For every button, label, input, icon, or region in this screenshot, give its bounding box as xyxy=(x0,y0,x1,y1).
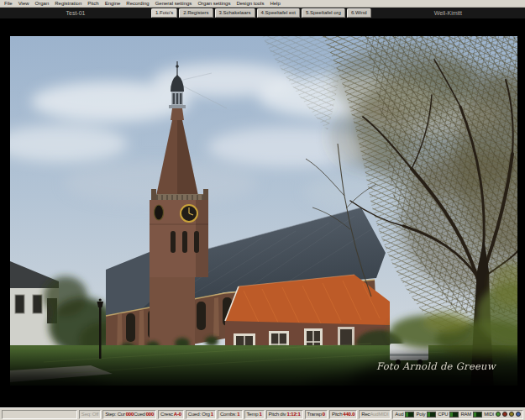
menu-recording[interactable]: Recording xyxy=(123,0,151,7)
tab-3-schakelaars[interactable]: 3.Schakelaars xyxy=(215,8,255,18)
midi-led-2 xyxy=(502,412,507,417)
menu-general-settings[interactable]: General settings xyxy=(153,0,195,7)
menu-bar: FileViewOrganRegistrationPitchEngineReco… xyxy=(0,0,525,8)
midi-label: MIDI xyxy=(484,412,494,417)
tab-1-foto-s[interactable]: 1.Foto's xyxy=(151,8,177,18)
meter-label-cpu: CPU xyxy=(438,412,448,417)
tab-bar-left-label: Test-01 xyxy=(0,10,151,16)
menu-pitch[interactable]: Pitch xyxy=(85,0,101,7)
meter-label-ram: RAM xyxy=(460,412,471,417)
church-photo-image xyxy=(10,36,517,392)
status-bar: Seq: OffStep: Cur 000 Cued 000Cresc A-0C… xyxy=(0,407,525,420)
meter-ram xyxy=(473,412,482,417)
status-recording: Rec Aud MIDI xyxy=(359,410,391,419)
midi-led-1 xyxy=(496,412,501,417)
status-pitch-division: Pitch div 1:12:1 xyxy=(266,410,303,419)
meter-aud xyxy=(405,412,414,417)
meter-label-aud: Aud xyxy=(395,412,403,417)
midi-led-3 xyxy=(509,412,514,417)
menu-view[interactable]: View xyxy=(16,0,32,7)
photo-stage: Foto Arnold de Greeuw xyxy=(0,18,525,407)
status-empty-area xyxy=(2,410,77,419)
tab-6-wind[interactable]: 6.Wind xyxy=(347,8,371,18)
menu-registration[interactable]: Registration xyxy=(52,0,84,7)
status-crescendo: Cresc A-0 xyxy=(158,410,184,419)
display-page-tabs: 1.Foto's2.Registers3.Schakelaars4.Speelt… xyxy=(151,8,371,18)
meter-poly xyxy=(427,412,436,417)
tab-2-registers[interactable]: 2.Registers xyxy=(179,8,213,18)
status-meters-cluster: AudPolyCPURAMMIDI xyxy=(392,410,523,419)
midi-led-4 xyxy=(516,412,521,417)
meter-cpu xyxy=(449,412,459,417)
tab-bar: Test-01 1.Foto's2.Registers3.Schakelaars… xyxy=(0,8,525,18)
status-temperament: Temp 1 xyxy=(244,410,265,419)
menu-organ[interactable]: Organ xyxy=(33,0,52,7)
menu-design-tools[interactable]: Design tools xyxy=(234,0,266,7)
menu-organ-settings[interactable]: Organ settings xyxy=(195,0,233,7)
status-stepper: Step: Cur 000 Cued 000 xyxy=(102,410,156,419)
status-combinations: Combs: 1 xyxy=(218,410,243,419)
status-transpose: Transp 0 xyxy=(305,410,328,419)
church-photo: Foto Arnold de Greeuw xyxy=(10,36,517,392)
menu-engine[interactable]: Engine xyxy=(102,0,123,7)
photo-watermark: Foto Arnold de Greeuw xyxy=(376,360,496,372)
meter-label-poly: Poly xyxy=(416,412,425,417)
status-cued-organ: Cued: Org 1 xyxy=(186,410,216,419)
menu-help[interactable]: Help xyxy=(267,0,282,7)
menu-file[interactable]: File xyxy=(2,0,15,7)
tab-bar-right-label: Well-Kimitt xyxy=(371,10,525,16)
tab-4-speeltafel-ext[interactable]: 4.Speeltafel ext xyxy=(257,8,300,18)
status-sequencer-idle: Seq: Off xyxy=(79,410,101,419)
tab-5-speeltafel-org[interactable]: 5.Speeltafel org xyxy=(302,8,345,18)
status-pitch: Pitch 440.0 xyxy=(329,410,357,419)
